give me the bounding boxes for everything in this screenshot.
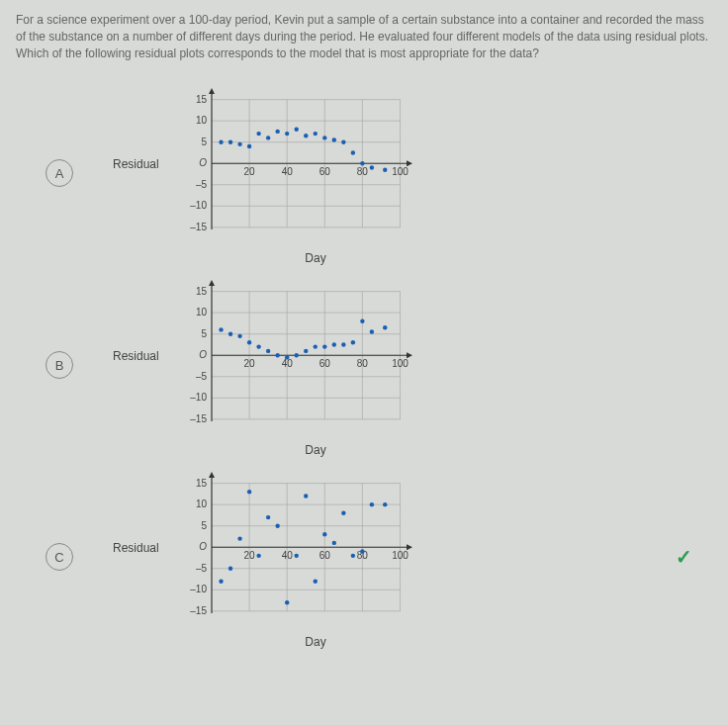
svg-point-89 xyxy=(360,319,364,323)
svg-point-39 xyxy=(322,136,326,140)
svg-text:40: 40 xyxy=(282,167,294,178)
svg-point-41 xyxy=(341,140,345,144)
svg-point-81 xyxy=(285,356,289,360)
svg-text:20: 20 xyxy=(244,359,256,370)
y-axis-label: Residual xyxy=(113,541,159,555)
svg-text:20: 20 xyxy=(244,167,256,178)
svg-text:40: 40 xyxy=(282,359,294,370)
svg-marker-59 xyxy=(209,280,215,286)
svg-point-120 xyxy=(219,580,223,584)
x-axis-label: Day xyxy=(212,251,419,265)
svg-point-35 xyxy=(285,132,289,136)
svg-marker-105 xyxy=(209,472,215,478)
y-axis-label: Residual xyxy=(113,157,159,171)
chart-container-c: Residual15105O–5–10–1520406080100Day xyxy=(172,465,419,649)
svg-point-45 xyxy=(383,168,387,172)
svg-point-43 xyxy=(360,161,364,165)
svg-point-130 xyxy=(314,580,318,584)
chart-container-a: Residual15105O–5–10–1520406080100Day xyxy=(172,81,419,265)
svg-point-126 xyxy=(275,524,279,528)
svg-point-76 xyxy=(237,334,241,338)
svg-point-79 xyxy=(266,349,270,353)
svg-point-83 xyxy=(304,349,308,353)
svg-text:–15: –15 xyxy=(190,413,207,424)
svg-point-29 xyxy=(228,140,232,144)
svg-point-78 xyxy=(256,345,260,349)
svg-text:O: O xyxy=(199,350,207,361)
svg-text:40: 40 xyxy=(282,551,294,562)
svg-text:10: 10 xyxy=(196,308,208,318)
svg-text:5: 5 xyxy=(201,328,207,339)
svg-point-31 xyxy=(247,144,251,148)
question-text: For a science experiment over a 100-day … xyxy=(16,12,712,61)
option-label-b[interactable]: B xyxy=(46,351,73,379)
svg-text:60: 60 xyxy=(319,167,331,178)
svg-point-30 xyxy=(237,142,241,146)
option-label-c[interactable]: C xyxy=(46,543,73,571)
svg-text:–10: –10 xyxy=(190,393,207,404)
svg-text:–10: –10 xyxy=(190,585,207,595)
option-label-a[interactable]: A xyxy=(46,159,73,187)
svg-point-90 xyxy=(370,330,374,334)
svg-point-136 xyxy=(370,502,374,506)
svg-point-123 xyxy=(247,490,251,494)
svg-point-88 xyxy=(351,340,355,344)
chart-row-b: BResidual15105O–5–10–1520406080100Day xyxy=(16,273,712,457)
svg-point-135 xyxy=(360,550,364,554)
svg-text:20: 20 xyxy=(244,551,256,562)
svg-point-36 xyxy=(295,128,299,132)
svg-point-75 xyxy=(228,332,232,336)
svg-point-132 xyxy=(332,541,336,545)
svg-point-34 xyxy=(275,130,279,134)
svg-text:80: 80 xyxy=(357,359,369,370)
svg-text:60: 60 xyxy=(319,359,331,370)
svg-point-74 xyxy=(219,328,223,332)
svg-point-38 xyxy=(314,132,318,136)
chart-row-a: AResidual15105O–5–10–1520406080100Day xyxy=(16,81,712,265)
svg-point-129 xyxy=(304,495,308,498)
svg-text:O: O xyxy=(199,158,207,169)
svg-text:15: 15 xyxy=(196,94,208,105)
residual-plot-c: 15105O–5–10–1520406080100 xyxy=(172,465,419,633)
svg-point-133 xyxy=(341,511,345,515)
svg-point-127 xyxy=(285,600,289,604)
svg-point-124 xyxy=(256,554,260,558)
svg-text:80: 80 xyxy=(357,167,369,178)
x-axis-label: Day xyxy=(212,443,419,457)
svg-point-77 xyxy=(247,340,251,344)
svg-text:100: 100 xyxy=(392,167,409,178)
svg-text:100: 100 xyxy=(392,551,409,562)
svg-text:15: 15 xyxy=(196,478,208,489)
svg-text:10: 10 xyxy=(196,499,208,510)
svg-text:15: 15 xyxy=(196,286,208,297)
svg-point-134 xyxy=(351,554,355,558)
svg-text:–5: –5 xyxy=(196,179,208,190)
residual-plot-b: 15105O–5–10–1520406080100 xyxy=(172,273,419,441)
svg-point-33 xyxy=(266,136,270,140)
chart-container-b: Residual15105O–5–10–1520406080100Day xyxy=(172,273,419,457)
y-axis-label: Residual xyxy=(113,349,159,363)
svg-text:5: 5 xyxy=(201,136,207,147)
svg-point-82 xyxy=(295,353,299,357)
svg-text:–5: –5 xyxy=(196,563,208,574)
svg-point-37 xyxy=(304,134,308,137)
svg-point-40 xyxy=(332,138,336,142)
svg-text:–15: –15 xyxy=(190,222,207,232)
svg-point-32 xyxy=(256,132,260,136)
svg-text:–10: –10 xyxy=(190,201,207,212)
svg-point-128 xyxy=(295,554,299,558)
svg-point-80 xyxy=(275,353,279,357)
svg-point-125 xyxy=(266,515,270,519)
svg-text:–5: –5 xyxy=(196,371,208,382)
svg-marker-13 xyxy=(209,88,215,94)
svg-point-122 xyxy=(237,537,241,541)
svg-point-87 xyxy=(341,343,345,347)
svg-text:100: 100 xyxy=(392,359,409,370)
svg-text:O: O xyxy=(199,542,207,553)
residual-plot-a: 15105O–5–10–1520406080100 xyxy=(172,81,419,249)
correct-checkmark-icon: ✓ xyxy=(676,545,692,569)
svg-text:5: 5 xyxy=(201,520,207,531)
svg-point-86 xyxy=(332,343,336,347)
svg-point-42 xyxy=(351,151,355,155)
x-axis-label: Day xyxy=(212,635,419,649)
